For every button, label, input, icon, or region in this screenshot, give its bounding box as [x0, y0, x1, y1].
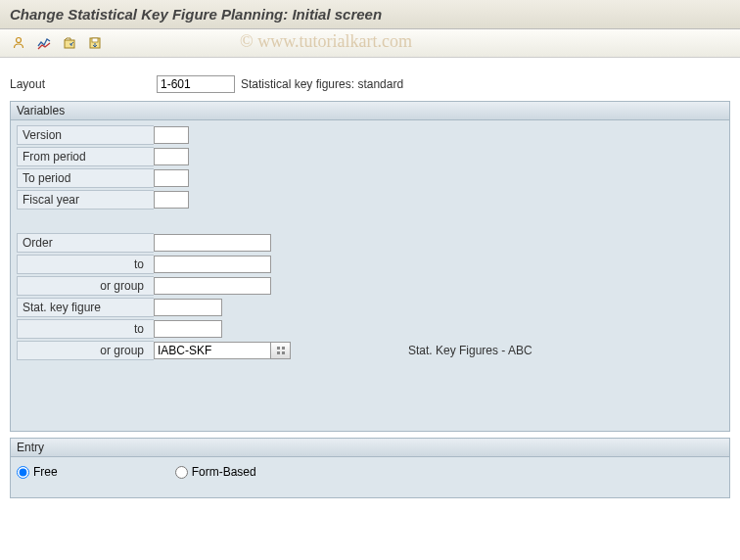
value-help-icon[interactable] [271, 342, 291, 359]
to-period-input[interactable] [154, 169, 189, 187]
order-input[interactable] [154, 234, 271, 252]
entry-form-option[interactable]: Form-Based [175, 465, 256, 479]
variables-panel-header: Variables [11, 102, 729, 120]
order-label: Order [17, 233, 154, 253]
variables-panel: Variables Version From period To period … [10, 101, 730, 432]
entry-free-radio[interactable] [17, 466, 29, 479]
layout-row: Layout Statistical key figures: standard [10, 75, 730, 93]
stat-to-input[interactable] [154, 320, 222, 338]
svg-rect-5 [282, 347, 285, 350]
entry-panel-header: Entry [11, 439, 729, 457]
person-icon[interactable] [8, 33, 29, 53]
layout-input[interactable] [157, 75, 235, 93]
to-period-label: To period [17, 168, 154, 188]
order-to-label: to [17, 255, 154, 274]
entry-form-radio[interactable] [175, 466, 188, 479]
layout-label: Layout [10, 77, 157, 91]
from-period-input[interactable] [154, 148, 189, 165]
order-group-label: or group [17, 276, 154, 296]
svg-rect-1 [65, 40, 74, 48]
save-icon[interactable] [84, 33, 106, 53]
layout-description: Statistical key figures: standard [241, 77, 403, 91]
title-bar: Change Statistical Key Figure Planning: … [0, 0, 740, 29]
svg-rect-7 [282, 351, 285, 354]
stat-group-description: Stat. Key Figures - ABC [408, 344, 532, 357]
stat-group-label: or group [17, 341, 154, 360]
chart-icon[interactable] [33, 33, 55, 53]
entry-free-option[interactable]: Free [17, 465, 58, 479]
entry-form-label: Form-Based [192, 465, 256, 479]
version-input[interactable] [154, 126, 189, 144]
content-area: Layout Statistical key figures: standard… [0, 58, 740, 514]
open-icon[interactable] [59, 33, 80, 53]
fiscal-year-input[interactable] [154, 191, 189, 209]
version-label: Version [17, 125, 154, 145]
order-to-input[interactable] [154, 256, 271, 273]
svg-rect-4 [277, 347, 280, 350]
order-group-input[interactable] [154, 277, 271, 295]
entry-panel: Entry Free Form-Based [10, 438, 730, 498]
stat-group-input[interactable] [154, 342, 271, 359]
svg-rect-6 [277, 351, 280, 354]
entry-free-label: Free [33, 465, 58, 479]
stat-to-label: to [17, 319, 154, 339]
svg-rect-3 [92, 38, 98, 42]
stat-key-figure-label: Stat. key figure [17, 298, 154, 317]
from-period-label: From period [17, 147, 154, 166]
toolbar [0, 29, 740, 58]
fiscal-year-label: Fiscal year [17, 190, 154, 210]
stat-key-figure-input[interactable] [154, 299, 222, 316]
page-title: Change Statistical Key Figure Planning: … [10, 6, 382, 23]
svg-point-0 [17, 38, 22, 43]
